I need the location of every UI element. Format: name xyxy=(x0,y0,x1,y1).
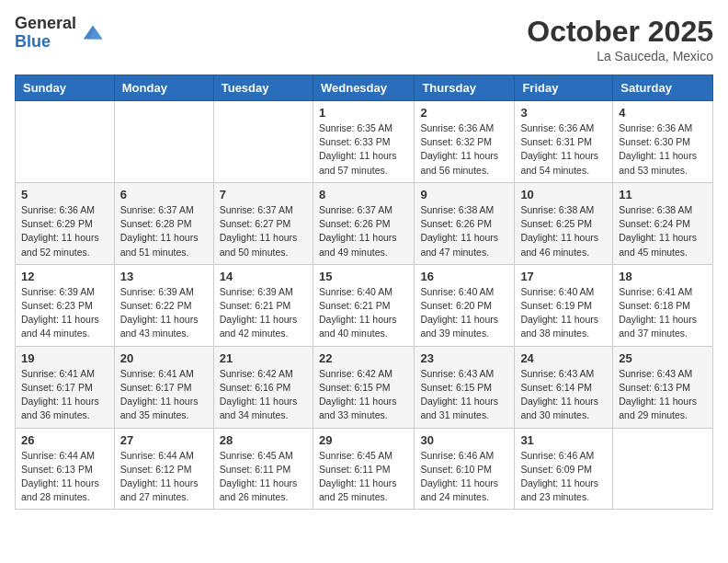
calendar-cell: 19 Sunrise: 6:41 AM Sunset: 6:17 PM Dayl… xyxy=(16,346,115,428)
sunrise-text: Sunrise: 6:40 AM xyxy=(319,286,392,297)
calendar-cell: 2 Sunrise: 6:36 AM Sunset: 6:32 PM Dayli… xyxy=(415,101,515,183)
sunset-text: Sunset: 6:29 PM xyxy=(21,218,93,229)
day-info: Sunrise: 6:45 AM Sunset: 6:11 PM Dayligh… xyxy=(220,449,307,505)
sunrise-text: Sunrise: 6:41 AM xyxy=(619,286,692,297)
calendar-cell: 20 Sunrise: 6:41 AM Sunset: 6:17 PM Dayl… xyxy=(114,346,213,428)
day-number: 12 xyxy=(21,270,108,283)
day-number: 6 xyxy=(120,188,208,201)
calendar-cell: 22 Sunrise: 6:42 AM Sunset: 6:15 PM Dayl… xyxy=(313,346,414,428)
sunset-text: Sunset: 6:32 PM xyxy=(420,136,492,147)
day-of-week-thursday: Thursday xyxy=(415,75,515,101)
day-info: Sunrise: 6:38 AM Sunset: 6:26 PM Dayligh… xyxy=(420,203,508,259)
day-number: 24 xyxy=(520,351,607,365)
day-info: Sunrise: 6:35 AM Sunset: 6:33 PM Dayligh… xyxy=(319,121,408,178)
day-info: Sunrise: 6:46 AM Sunset: 6:09 PM Dayligh… xyxy=(520,449,607,505)
calendar-table: SundayMondayTuesdayWednesdayThursdayFrid… xyxy=(15,75,713,510)
sunrise-text: Sunrise: 6:44 AM xyxy=(21,450,95,461)
sunset-text: Sunset: 6:16 PM xyxy=(220,382,291,393)
sunset-text: Sunset: 6:10 PM xyxy=(420,464,492,475)
calendar-cell: 26 Sunrise: 6:44 AM Sunset: 6:13 PM Dayl… xyxy=(16,428,115,510)
daylight-text: Daylight: 11 hours and 46 minutes. xyxy=(520,232,598,257)
day-number: 22 xyxy=(319,351,408,365)
logo: General Blue xyxy=(15,15,106,52)
sunrise-text: Sunrise: 6:37 AM xyxy=(319,204,392,215)
day-number: 31 xyxy=(520,433,607,447)
sunset-text: Sunset: 6:33 PM xyxy=(319,136,391,147)
day-number: 15 xyxy=(319,270,408,283)
day-number: 27 xyxy=(120,433,208,447)
daylight-text: Daylight: 11 hours and 26 minutes. xyxy=(220,477,298,502)
sunrise-text: Sunrise: 6:42 AM xyxy=(220,368,293,379)
sunrise-text: Sunrise: 6:45 AM xyxy=(319,450,392,461)
calendar-cell: 14 Sunrise: 6:39 AM Sunset: 6:21 PM Dayl… xyxy=(213,264,313,346)
sunset-text: Sunset: 6:22 PM xyxy=(120,300,192,311)
sunrise-text: Sunrise: 6:35 AM xyxy=(319,122,392,133)
calendar-cell: 17 Sunrise: 6:40 AM Sunset: 6:19 PM Dayl… xyxy=(515,264,613,346)
day-of-week-monday: Monday xyxy=(114,75,213,101)
calendar-cell: 15 Sunrise: 6:40 AM Sunset: 6:21 PM Dayl… xyxy=(313,264,414,346)
day-info: Sunrise: 6:39 AM Sunset: 6:22 PM Dayligh… xyxy=(120,285,208,341)
day-number: 28 xyxy=(220,433,307,447)
day-number: 17 xyxy=(520,270,607,283)
daylight-text: Daylight: 11 hours and 30 minutes. xyxy=(520,396,598,420)
day-number: 4 xyxy=(619,106,707,120)
calendar-cell: 3 Sunrise: 6:36 AM Sunset: 6:31 PM Dayli… xyxy=(515,101,613,183)
sunset-text: Sunset: 6:11 PM xyxy=(319,464,391,475)
daylight-text: Daylight: 11 hours and 49 minutes. xyxy=(319,232,397,257)
location: La Sauceda, Mexico xyxy=(527,49,713,63)
sunset-text: Sunset: 6:24 PM xyxy=(619,218,690,229)
day-number: 8 xyxy=(319,188,408,201)
daylight-text: Daylight: 11 hours and 54 minutes. xyxy=(520,150,598,175)
daylight-text: Daylight: 11 hours and 40 minutes. xyxy=(319,314,397,339)
calendar-week-1: 1 Sunrise: 6:35 AM Sunset: 6:33 PM Dayli… xyxy=(16,101,713,183)
calendar-cell: 25 Sunrise: 6:43 AM Sunset: 6:13 PM Dayl… xyxy=(613,346,713,428)
sunset-text: Sunset: 6:23 PM xyxy=(21,300,93,311)
sunset-text: Sunset: 6:17 PM xyxy=(21,382,93,393)
daylight-text: Daylight: 11 hours and 51 minutes. xyxy=(120,232,199,257)
day-number: 18 xyxy=(619,270,707,283)
day-info: Sunrise: 6:42 AM Sunset: 6:15 PM Dayligh… xyxy=(319,367,408,423)
day-number: 14 xyxy=(220,270,307,283)
calendar-cell: 31 Sunrise: 6:46 AM Sunset: 6:09 PM Dayl… xyxy=(515,428,613,510)
day-of-week-friday: Friday xyxy=(515,75,613,101)
day-number: 26 xyxy=(21,433,108,447)
day-number: 21 xyxy=(220,351,307,365)
day-number: 1 xyxy=(319,106,408,120)
daylight-text: Daylight: 11 hours and 43 minutes. xyxy=(120,314,199,339)
calendar-cell: 18 Sunrise: 6:41 AM Sunset: 6:18 PM Dayl… xyxy=(613,264,713,346)
daylight-text: Daylight: 11 hours and 39 minutes. xyxy=(420,314,498,339)
day-info: Sunrise: 6:45 AM Sunset: 6:11 PM Dayligh… xyxy=(319,449,408,505)
calendar-week-5: 26 Sunrise: 6:44 AM Sunset: 6:13 PM Dayl… xyxy=(16,428,713,510)
sunrise-text: Sunrise: 6:38 AM xyxy=(520,204,594,215)
sunset-text: Sunset: 6:21 PM xyxy=(319,300,391,311)
day-number: 2 xyxy=(420,106,508,120)
calendar-cell: 29 Sunrise: 6:45 AM Sunset: 6:11 PM Dayl… xyxy=(313,428,414,510)
sunrise-text: Sunrise: 6:36 AM xyxy=(21,204,95,215)
calendar-cell: 4 Sunrise: 6:36 AM Sunset: 6:30 PM Dayli… xyxy=(613,101,713,183)
daylight-text: Daylight: 11 hours and 44 minutes. xyxy=(21,314,99,339)
sunrise-text: Sunrise: 6:46 AM xyxy=(420,450,494,461)
calendar-cell: 1 Sunrise: 6:35 AM Sunset: 6:33 PM Dayli… xyxy=(313,101,414,183)
calendar-cell: 23 Sunrise: 6:43 AM Sunset: 6:15 PM Dayl… xyxy=(415,346,515,428)
sunrise-text: Sunrise: 6:40 AM xyxy=(420,286,494,297)
daylight-text: Daylight: 11 hours and 52 minutes. xyxy=(21,232,99,257)
sunset-text: Sunset: 6:18 PM xyxy=(619,300,690,311)
sunset-text: Sunset: 6:26 PM xyxy=(420,218,492,229)
day-info: Sunrise: 6:36 AM Sunset: 6:30 PM Dayligh… xyxy=(619,121,707,178)
calendar-cell: 16 Sunrise: 6:40 AM Sunset: 6:20 PM Dayl… xyxy=(415,264,515,346)
day-info: Sunrise: 6:37 AM Sunset: 6:27 PM Dayligh… xyxy=(220,203,307,259)
daylight-text: Daylight: 11 hours and 25 minutes. xyxy=(319,477,397,502)
sunset-text: Sunset: 6:09 PM xyxy=(520,464,592,475)
day-info: Sunrise: 6:40 AM Sunset: 6:21 PM Dayligh… xyxy=(319,285,408,341)
sunrise-text: Sunrise: 6:39 AM xyxy=(120,286,194,297)
day-info: Sunrise: 6:36 AM Sunset: 6:29 PM Dayligh… xyxy=(21,203,108,259)
daylight-text: Daylight: 11 hours and 45 minutes. xyxy=(619,232,697,257)
day-number: 7 xyxy=(220,188,307,201)
calendar-cell: 9 Sunrise: 6:38 AM Sunset: 6:26 PM Dayli… xyxy=(415,182,515,264)
day-number: 29 xyxy=(319,433,408,447)
day-number: 9 xyxy=(420,188,508,201)
day-number: 10 xyxy=(520,188,607,201)
day-info: Sunrise: 6:43 AM Sunset: 6:15 PM Dayligh… xyxy=(420,367,508,423)
daylight-text: Daylight: 11 hours and 37 minutes. xyxy=(619,314,697,339)
calendar-cell: 21 Sunrise: 6:42 AM Sunset: 6:16 PM Dayl… xyxy=(213,346,313,428)
